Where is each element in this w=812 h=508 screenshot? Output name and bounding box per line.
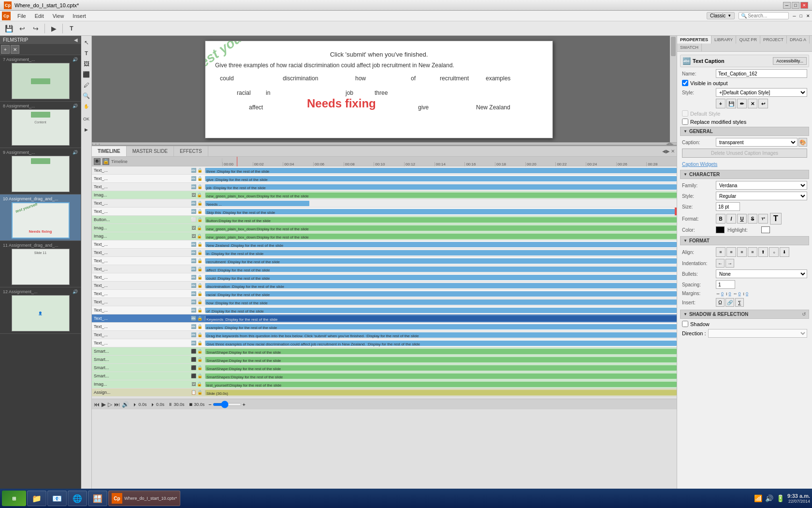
- align-center-btn[interactable]: ≡: [726, 247, 736, 257]
- shadow-direction-select[interactable]: [708, 329, 807, 338]
- caption-color-btn[interactable]: 🎨: [798, 138, 807, 147]
- insert-hyperlink-btn[interactable]: 🔗: [725, 298, 734, 307]
- timeline-row-img3[interactable]: Imag... 🖼 🔒 new_green_plain_box_down:Dis…: [92, 232, 677, 240]
- timeline-expand-btn[interactable]: ◀▶: [662, 149, 670, 154]
- filmstrip-slide-10[interactable]: 10 Assignment_drag_and_... test yourself…: [0, 194, 81, 241]
- timeline-row-skip[interactable]: Text_... 🔤 🔒 Skip this :Display for the …: [92, 208, 677, 216]
- bold-btn[interactable]: B: [716, 214, 725, 224]
- redo-btn[interactable]: ↪: [30, 23, 42, 34]
- timeline-row-racial[interactable]: Text_... 🔤 🔒 racial :Display for the res…: [92, 290, 677, 298]
- text-btn[interactable]: T: [66, 23, 77, 34]
- timeline-row-smart1[interactable]: Smart... ⬛ 🔒 SmartShape:Display for the …: [92, 347, 677, 356]
- style-select[interactable]: +[Default Caption Style]: [716, 88, 807, 97]
- strikethrough-btn[interactable]: S: [748, 214, 757, 224]
- undo-btn[interactable]: ↩: [16, 23, 28, 34]
- mode-dropdown-icon[interactable]: ▼: [727, 14, 731, 18]
- ok-btn[interactable]: OK: [82, 114, 91, 124]
- timeline-eye-icon[interactable]: 👁: [94, 158, 101, 165]
- insert-special-btn[interactable]: ∑: [735, 298, 744, 307]
- filmstrip-slide-12[interactable]: 12 Assignment_... 🔊 👤: [0, 287, 81, 334]
- menu-insert[interactable]: Insert: [69, 12, 90, 20]
- filmstrip-slide-8[interactable]: 8 Assignment_... 🔊 Content: [0, 102, 81, 148]
- word-recruitment[interactable]: recruitment: [440, 75, 469, 82]
- big-t-btn[interactable]: T: [770, 213, 782, 224]
- align-left-btn[interactable]: ≡: [716, 247, 725, 257]
- underline-btn[interactable]: U: [737, 214, 747, 224]
- timeline-row-img1[interactable]: Imag... 🖼 🔒 new_green_plain_box_down:Dis…: [92, 191, 677, 199]
- canvas-scrollbar[interactable]: [670, 36, 677, 142]
- style-new-btn[interactable]: +: [716, 99, 725, 108]
- word-of[interactable]: of: [411, 75, 416, 82]
- insert-symbol-btn[interactable]: Ω: [716, 298, 725, 307]
- tl-play-btn[interactable]: ▶: [102, 401, 106, 408]
- timeline-row-keywords[interactable]: Text_... 🔤 🔒 Keywords :Display for the r…: [92, 314, 677, 323]
- word-in[interactable]: in: [266, 90, 270, 96]
- taskbar-browser-btn[interactable]: 🌐: [68, 491, 87, 506]
- highlight-tool-btn[interactable]: 🖊: [82, 80, 91, 90]
- style-link-btn[interactable]: ↩: [758, 99, 768, 108]
- filmstrip-slide-7[interactable]: 7 Assignment_... 🔊: [0, 55, 81, 102]
- timeline-row-smart2[interactable]: Smart... ⬛ 🔒 SmartShape:Display for the …: [92, 356, 677, 364]
- timeline-row-could[interactable]: Text_... 🔤 🔒 could :Display for the rest…: [92, 273, 677, 282]
- font-family-select[interactable]: Verdana Arial Times New Roman: [716, 181, 807, 190]
- visible-checkbox[interactable]: [682, 80, 688, 86]
- fs-delete-slide-btn[interactable]: ✕: [11, 45, 19, 54]
- taskbar-email-btn[interactable]: 📧: [47, 491, 67, 506]
- tl-play-from-btn[interactable]: ▷: [108, 401, 112, 408]
- tab-library[interactable]: LIBRARY: [711, 36, 736, 44]
- zoom-tool-btn[interactable]: 🔍: [82, 91, 91, 101]
- replace-style-checkbox[interactable]: [682, 119, 688, 125]
- tl-forward-end-btn[interactable]: ⏭: [114, 401, 120, 408]
- maximize-btn[interactable]: □: [792, 2, 799, 9]
- timeline-row-nz[interactable]: Text_... 🔤 🔒 New Zealand :Display for th…: [92, 240, 677, 249]
- start-button[interactable]: ⊞: [2, 491, 26, 506]
- timeline-row-test-yourself[interactable]: Imag... 🖼 🔒 test_yourself:Display for th…: [92, 380, 677, 388]
- tab-effects[interactable]: EFFECTS: [174, 146, 208, 156]
- name-input[interactable]: [716, 69, 807, 78]
- timeline-row-drag-instr[interactable]: Text_... 🔤 🔒 Drag the keywords from this…: [92, 331, 677, 339]
- taskbar-windows-btn[interactable]: 🪟: [88, 491, 107, 506]
- timeline-row-needs[interactable]: Text_... 🔤 🔒 Needs ...: [92, 199, 677, 208]
- tab-project[interactable]: PROJECT: [760, 36, 787, 44]
- format-section-header[interactable]: ▼ FORMAT: [680, 236, 809, 245]
- caption-select[interactable]: transparent default: [716, 138, 798, 147]
- app-minimize-btn[interactable]: ─: [793, 14, 796, 18]
- minimize-btn[interactable]: ─: [783, 2, 791, 9]
- menu-file[interactable]: File: [14, 12, 30, 20]
- style-delete-btn[interactable]: ✕: [748, 99, 757, 108]
- timeline-row-discrimination[interactable]: Text_... 🔤 🔒 discrimination :Display for…: [92, 282, 677, 290]
- tab-drag-and-drop[interactable]: DRAG A: [787, 36, 810, 44]
- indent-decrease-btn[interactable]: ←: [716, 259, 725, 268]
- tab-swatch[interactable]: SWATCH: [677, 44, 702, 51]
- superscript-btn[interactable]: T²: [758, 214, 768, 224]
- caption-widgets-link[interactable]: Caption Widgets: [682, 162, 717, 167]
- word-three[interactable]: three: [375, 90, 388, 96]
- tab-quiz-properties[interactable]: QUIZ PR: [736, 36, 760, 44]
- font-style-select[interactable]: Regular Bold Italic Bold Italic: [716, 192, 807, 200]
- word-examples[interactable]: examples: [486, 75, 510, 82]
- tab-master-slide[interactable]: MASTER SLIDE: [127, 146, 174, 156]
- playhead[interactable]: [237, 157, 237, 166]
- highlight-color-swatch[interactable]: [761, 226, 770, 233]
- timeline-row-give-three[interactable]: Text_... 🔤 🔒 Give three examples of how …: [92, 339, 677, 347]
- margin-bottom-link[interactable]: 0: [746, 291, 748, 296]
- menu-view[interactable]: View: [49, 12, 68, 20]
- word-how[interactable]: how: [355, 75, 366, 82]
- timeline-close-btn[interactable]: ✕: [671, 149, 675, 154]
- close-btn[interactable]: ✕: [800, 2, 808, 9]
- timeline-row-recruitment[interactable]: Text_... 🔤 🔒 recruitment :Display for th…: [92, 257, 677, 265]
- margin-top-link[interactable]: 0: [729, 291, 731, 296]
- word-discrimination[interactable]: discrimination: [283, 75, 318, 82]
- zoom-plus-icon[interactable]: +: [243, 402, 246, 407]
- tl-audio-btn[interactable]: 🔊: [122, 401, 129, 408]
- timeline-row-img2[interactable]: Imag... 🖼 🔒 new_green_plain_box_down:Dis…: [92, 224, 677, 232]
- word-job[interactable]: job: [346, 90, 353, 96]
- shadow-checkbox[interactable]: [682, 321, 688, 327]
- default-style-checkbox[interactable]: [682, 110, 688, 117]
- word-could[interactable]: could: [220, 75, 234, 82]
- timeline-row-job[interactable]: Text_... 🔤 🔒 job :Display for the rest o…: [92, 183, 677, 191]
- shape-tool-btn[interactable]: ⬛: [82, 70, 91, 79]
- text-tool-btn[interactable]: T: [82, 48, 91, 58]
- filmstrip-slide-11[interactable]: 11 Assignment_drag_and_... Slide 11: [0, 241, 81, 287]
- timeline-row-smart4[interactable]: Smart... ⬛ 🔒 SmartShapes:Display for the…: [92, 372, 677, 380]
